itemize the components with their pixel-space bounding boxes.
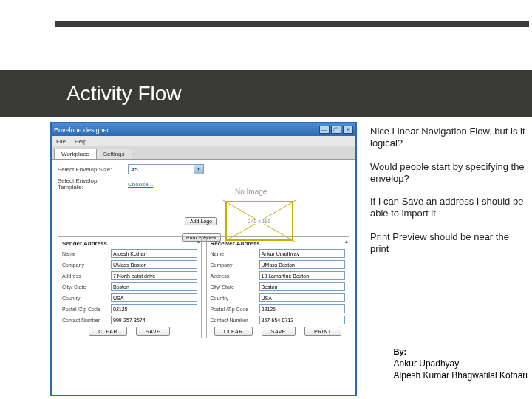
menu-bar: File Help (52, 136, 355, 146)
receiver-save-button[interactable]: SAVE (262, 327, 296, 336)
sender-zip-input[interactable] (111, 304, 197, 313)
receiver-panel: ▴ Receiver Address Name Company Address … (206, 236, 350, 338)
sender-company-label: Company (62, 262, 108, 267)
sender-save-button[interactable]: SAVE (136, 327, 170, 336)
envelope-template-label: Select Envelop Template: (58, 177, 124, 191)
scroll-up-icon[interactable]: ▴ (345, 238, 348, 245)
sender-company-input[interactable] (111, 260, 197, 269)
receiver-country-input[interactable] (259, 293, 346, 302)
receiver-country-label: Country (211, 296, 256, 301)
window-title: Envelope designer (54, 126, 109, 134)
envelope-size-select[interactable]: ▼ (128, 164, 204, 174)
byline: By: Ankur Upadhyay Alpesh Kumar Bhagwati… (394, 347, 528, 381)
sender-city-label: City/ State (62, 284, 108, 290)
envelope-size-value[interactable] (128, 164, 194, 174)
menu-help[interactable]: Help (75, 138, 86, 145)
sender-panel: ▴ Sender Address Name Company Address Ci… (58, 236, 202, 338)
receiver-name-label: Name (211, 251, 256, 256)
sender-address-label: Address (62, 273, 108, 279)
image-placeholder: 240 x 180 (225, 201, 293, 241)
receiver-clear-button[interactable]: CLEAR (214, 327, 253, 336)
note-4: Print Preview should be near the print (370, 231, 529, 256)
window-titlebar: Envelope designer — ▢ ✕ (52, 123, 355, 136)
receiver-address-input[interactable] (259, 271, 346, 280)
sender-name-input[interactable] (111, 249, 197, 258)
receiver-zip-label: Postal /Zip Code (211, 307, 256, 312)
author-1: Ankur Upadhyay (394, 358, 528, 369)
maximize-icon[interactable]: ▢ (331, 126, 341, 134)
note-2: Would people start by specifying the env… (370, 161, 529, 185)
app-window: Envelope designer — ▢ ✕ File Help Workpl… (50, 122, 357, 396)
note-1: Nice Linear Navigation Flow, but is it l… (370, 126, 529, 150)
receiver-contact-input[interactable] (259, 316, 346, 324)
receiver-contact-label: Contact Number (211, 318, 256, 323)
sender-country-input[interactable] (111, 293, 197, 302)
receiver-name-input[interactable] (259, 249, 346, 258)
author-2: Alpesh Kumar Bhagwatilal Kothari (394, 369, 528, 381)
receiver-zip-input[interactable] (259, 304, 346, 313)
note-3: If I can Save an address I should be abl… (370, 196, 529, 220)
decor-top-bar (55, 21, 529, 27)
title-band: Activity Flow (0, 70, 532, 117)
sender-zip-label: Postal /Zip Code (62, 307, 108, 312)
choose-template-link[interactable]: Choose... (128, 181, 153, 188)
menu-file[interactable]: File (56, 138, 66, 145)
receiver-city-input[interactable] (259, 282, 346, 291)
sender-clear-button[interactable]: CLEAR (89, 327, 127, 336)
add-logo-button[interactable]: Add Logo (185, 217, 217, 225)
print-button[interactable]: PRINT (304, 327, 341, 336)
sender-header: Sender Address (62, 240, 197, 247)
receiver-company-label: Company (211, 262, 256, 267)
receiver-company-input[interactable] (259, 260, 346, 269)
sender-address-input[interactable] (111, 271, 197, 280)
receiver-address-label: Address (211, 273, 256, 279)
sender-name-label: Name (62, 251, 108, 256)
tab-settings[interactable]: Settings (96, 149, 132, 159)
minimize-icon[interactable]: — (319, 126, 330, 134)
slide-title: Activity Flow (66, 82, 182, 106)
receiver-city-label: City/ State (211, 284, 256, 290)
receiver-header: Receiver Address (211, 240, 346, 247)
sender-contact-input[interactable] (111, 316, 197, 324)
sender-contact-label: Contact Number (62, 318, 108, 323)
chevron-down-icon[interactable]: ▼ (194, 164, 204, 174)
by-label: By: (394, 347, 528, 358)
tab-row: Workplace Settings (52, 146, 355, 160)
envelope-size-label: Select Envelop Size: (58, 166, 124, 173)
sender-city-input[interactable] (111, 282, 197, 291)
tab-workplace[interactable]: Workplace (54, 149, 97, 159)
image-dimensions: 240 x 180 (247, 219, 273, 224)
sender-country-label: Country (62, 296, 108, 301)
close-icon[interactable]: ✕ (343, 126, 353, 134)
no-image-label: No Image (235, 188, 267, 196)
scroll-up-icon[interactable]: ▴ (197, 238, 200, 245)
